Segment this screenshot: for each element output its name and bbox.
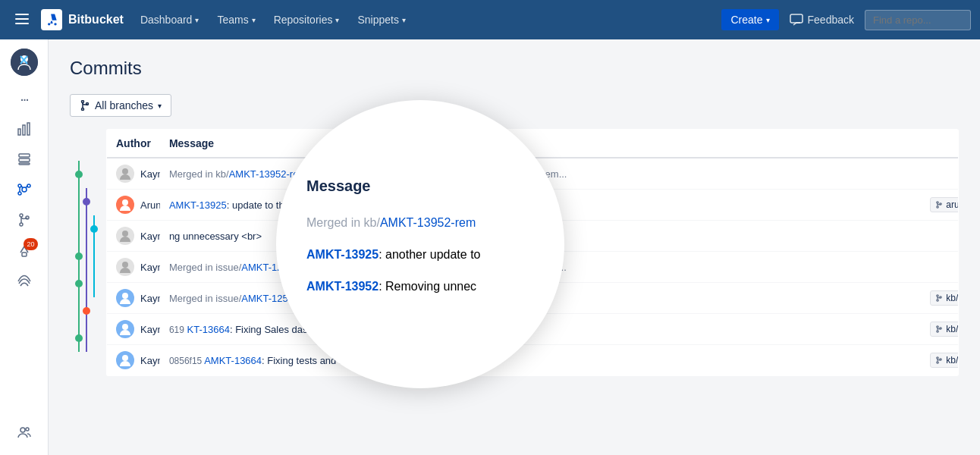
deploy-icon[interactable]: 20 [9,237,39,264]
svg-point-37 [75,171,83,178]
commit-hash-link[interactable]: 619 [169,325,184,335]
author-cell: Kayne Barclay [107,314,160,345]
branch-icon [80,100,90,111]
magnifier-row-2: AMKT-13952: Removing unnec [306,280,476,293]
branch-button-label: All branches [95,99,153,111]
author-name: Kayne Barclay [140,355,160,366]
graph-svg [70,161,106,352]
svg-point-31 [82,108,84,111]
author-avatar [116,258,134,276]
nav-dashboard-chevron: ▾ [195,16,199,24]
author-name: Kayne Barclay [140,293,160,304]
message-prefix: Merged in issue/ [169,293,241,304]
svg-point-46 [937,202,938,203]
branch-cell: kb/AMKT-13664-back... [921,345,958,376]
branch-tag-icon [935,356,943,364]
svg-point-24 [20,223,23,226]
more-icon[interactable]: ··· [9,85,39,112]
branch-tag-icon [935,294,943,302]
svg-rect-13 [19,154,30,157]
message-prefix: Merged in issue/ [169,262,241,273]
main-content: Commits All branches ▾ [49,39,980,455]
author-avatar [116,351,134,369]
svg-point-63 [937,357,938,359]
nav-teams[interactable]: Teams ▾ [209,9,262,30]
branch-tag-icon [935,201,943,209]
message-suffix: ng unnecessary <br> [169,231,262,242]
svg-point-40 [75,253,83,260]
logo-text: Bitbucket [68,13,124,27]
create-label: Create [730,14,762,26]
author-cell: Kayne Barclay [107,221,160,252]
svg-point-29 [26,428,29,431]
svg-point-39 [90,225,98,233]
commits-icon[interactable] [9,146,39,173]
magnifier-overlay: Message Merged in kb/AMKT-13952-rem AMKT… [276,100,564,388]
create-button[interactable]: Create ▾ [721,9,778,30]
svg-point-50 [122,231,128,237]
logo-icon [41,9,62,30]
svg-point-18 [27,184,30,187]
users-icon[interactable] [9,419,39,446]
svg-rect-5 [790,14,803,23]
author-avatar [116,320,134,338]
svg-point-38 [83,198,90,206]
svg-point-55 [937,300,938,301]
branch-cell [921,158,958,190]
mag-link-2[interactable]: AMKT-13952 [306,280,378,293]
branch-selector-button[interactable]: All branches ▾ [70,94,171,117]
branches-icon[interactable] [9,206,39,234]
svg-point-17 [18,184,21,187]
nav-repositories[interactable]: Repositories ▾ [266,9,347,30]
branch-cell [921,221,958,252]
magnifier-row-2-rest: : Removing unnec [378,280,476,293]
hamburger-menu[interactable] [9,9,35,31]
branch-tag-icon [935,325,943,333]
magnifier-row-0-text: Merged in kb/AMKT-13952-rem [306,216,476,229]
nav-snippets[interactable]: Snippets ▾ [350,9,413,30]
message-cell: 0856f15 AMKT-13664: Fixing tests and rem… [160,345,921,376]
nav-repositories-chevron: ▾ [335,16,339,24]
commit-hash-link[interactable]: 0856f15 [169,356,202,366]
svg-point-57 [122,324,128,330]
nav-teams-chevron: ▾ [252,16,256,24]
author-cell: Kayne Barclay [107,158,160,190]
svg-point-51 [122,262,128,268]
branch-tag[interactable]: kb/AMKT-13664-back... [930,353,958,368]
nav-snippets-label: Snippets [357,14,398,26]
create-chevron: ▾ [766,16,770,24]
nav-dashboard[interactable]: Dashboard ▾ [133,9,207,30]
svg-line-22 [26,186,27,188]
svg-point-28 [20,428,25,432]
branch-tag[interactable]: kb/AMKT-13664-back... [930,290,958,306]
branch-tag[interactable]: arun/AMKT-13925 [930,197,958,212]
svg-rect-12 [27,123,30,135]
author-cell: Kayne Barclay [107,252,160,283]
message-prefix: Merged in kb/ [169,168,229,180]
avatar[interactable] [11,49,38,76]
pipelines-icon[interactable] [9,267,39,294]
svg-rect-10 [18,129,20,135]
sidebar: ··· [0,39,49,455]
magnifier-row-1-rest: : another update to [378,248,480,261]
logo[interactable]: Bitbucket [41,9,124,30]
mag-link-0[interactable]: AMKT-13952-rem [380,216,476,229]
source-icon[interactable] [9,176,39,203]
svg-point-4 [54,23,56,25]
main-layout: ··· [0,39,980,455]
feedback-button[interactable]: Feedback [782,9,862,30]
message-link[interactable]: AMKT-13664 [204,355,262,366]
nav-dashboard-label: Dashboard [140,14,193,26]
svg-line-21 [21,186,23,188]
message-link[interactable]: KT-13664 [187,324,230,335]
search-input[interactable] [865,10,971,30]
magnifier-row-1: AMKT-13925: another update to [306,248,480,262]
branch-tag[interactable]: kb/AMKT-13664-back... [930,322,958,337]
message-link[interactable]: AMKT-13925 [169,199,227,211]
svg-rect-11 [23,125,25,135]
nav-repositories-label: Repositories [274,14,333,26]
nav-snippets-chevron: ▾ [402,16,406,24]
analytics-icon[interactable] [9,115,39,143]
mag-link-1[interactable]: AMKT-13925 [306,248,378,261]
magnifier-header: Message [306,177,371,195]
